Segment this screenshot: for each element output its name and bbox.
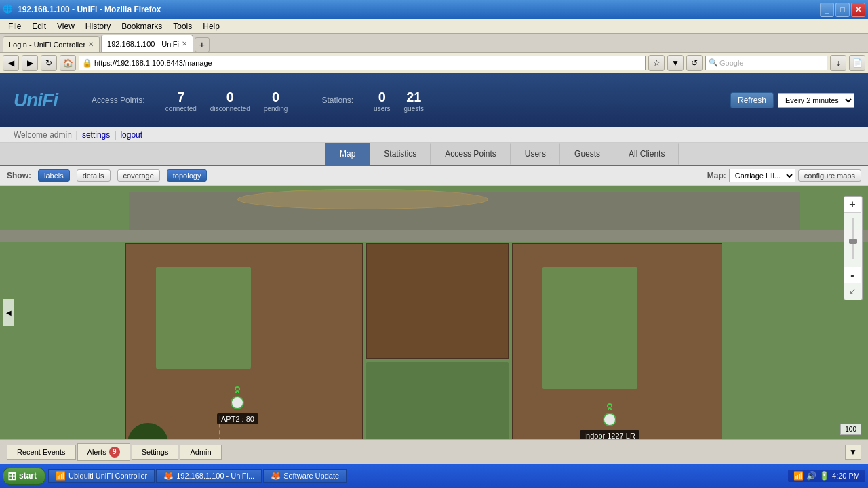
network-tray-icon: 📶 bbox=[793, 471, 804, 481]
browser-tab-1[interactable]: 192.168.1.100 - UniFi ✕ bbox=[101, 35, 193, 52]
alerts-badge: 9 bbox=[109, 447, 120, 458]
access-points-label: Access Points: bbox=[92, 96, 145, 105]
new-tab-button[interactable]: + bbox=[195, 37, 210, 52]
stats-panel: Access Points: 7 connected 0 disconnecte… bbox=[78, 89, 710, 113]
alerts-tab[interactable]: Alerts 9 bbox=[77, 443, 130, 461]
disconnected-stat: 0 disconnected bbox=[210, 89, 250, 113]
grass-left-court bbox=[156, 267, 251, 369]
zoom-slider[interactable] bbox=[844, 213, 862, 267]
show-details-button[interactable]: details bbox=[77, 169, 111, 182]
window-controls: _ □ ✕ bbox=[820, 3, 865, 17]
ap-node-apt2[interactable]: APT2 : 80 bbox=[217, 396, 258, 424]
window-title: 192.168.1.100 - UniFi - Mozilla Firefox bbox=[18, 5, 820, 14]
zoom-in-button[interactable]: + bbox=[844, 197, 861, 213]
home-button[interactable]: 🏠 bbox=[60, 55, 76, 71]
refresh-interval-select[interactable]: Every 2 minutes bbox=[778, 93, 854, 108]
grass-center bbox=[366, 362, 509, 439]
page-button[interactable]: 📄 bbox=[849, 55, 865, 71]
show-topology-button[interactable]: topology bbox=[167, 169, 208, 182]
guests-count: 21 bbox=[404, 89, 424, 105]
search-icon: 🔍 bbox=[709, 58, 718, 67]
users-stat: 0 users bbox=[374, 89, 390, 113]
menu-bookmarks[interactable]: Bookmarks bbox=[116, 20, 167, 33]
access-points-stats: 7 connected 0 disconnected 0 pending bbox=[165, 89, 288, 113]
taskbar-app-2[interactable]: 🦊 Software Update bbox=[263, 469, 347, 483]
browser-tab-0[interactable]: Login - UniFi Controller ✕ bbox=[3, 36, 100, 52]
forward-button[interactable]: ▶ bbox=[22, 55, 38, 71]
menu-edit[interactable]: Edit bbox=[26, 20, 52, 33]
wifi-arc-outer3 bbox=[607, 403, 612, 407]
settings-tab[interactable]: Settings bbox=[132, 445, 179, 460]
zoom-thumb[interactable] bbox=[849, 239, 857, 244]
start-button[interactable]: ⊞ start bbox=[3, 468, 45, 485]
minimize-button[interactable]: _ bbox=[820, 3, 834, 17]
map-canvas[interactable]: APT2 : 80 APT 1 : aa ■ Outdoor Left 1019 bbox=[0, 186, 868, 439]
map-select[interactable]: Carriage Hil... bbox=[729, 169, 795, 182]
ap-label-indoor1227: Indoor 1227 LR bbox=[580, 430, 639, 439]
tab-close-1[interactable]: ✕ bbox=[182, 40, 187, 47]
tab-statistics[interactable]: Statistics bbox=[370, 143, 431, 165]
feed-button[interactable]: ▼ bbox=[667, 55, 684, 71]
maximize-button[interactable]: □ bbox=[835, 3, 850, 17]
show-coverage-button[interactable]: coverage bbox=[117, 169, 160, 182]
address-field[interactable]: 🔒 https://192.168.1.100:8443/manage bbox=[79, 56, 646, 70]
zoom-arrow-button[interactable]: ↙ bbox=[844, 283, 861, 300]
unifi-taskbar-icon: 📶 bbox=[56, 471, 66, 481]
wifi-arc-outer bbox=[235, 386, 240, 390]
close-button[interactable]: ✕ bbox=[851, 3, 865, 17]
bottom-dropdown[interactable]: ▼ bbox=[845, 445, 861, 460]
refresh-nav-button[interactable]: ↺ bbox=[686, 55, 703, 71]
connected-label: connected bbox=[165, 105, 197, 113]
zoom-out-button[interactable]: - bbox=[844, 267, 861, 283]
menu-help[interactable]: Help bbox=[197, 20, 225, 33]
menu-tools[interactable]: Tools bbox=[167, 20, 197, 33]
menu-file[interactable]: File bbox=[3, 20, 26, 33]
tab-users[interactable]: Users bbox=[511, 143, 560, 165]
star-button[interactable]: ☆ bbox=[648, 55, 665, 71]
ap-node-indoor1227[interactable]: Indoor 1227 LR bbox=[580, 413, 639, 439]
search-field[interactable]: 🔍 Google bbox=[705, 56, 827, 70]
pending-count: 0 bbox=[264, 89, 288, 105]
settings-link[interactable]: settings bbox=[82, 130, 110, 140]
show-labels-button[interactable]: labels bbox=[38, 169, 70, 182]
admin-tab[interactable]: Admin bbox=[180, 445, 221, 460]
tab-map[interactable]: Map bbox=[326, 143, 370, 165]
disconnected-label: disconnected bbox=[210, 105, 250, 113]
nav-tabs: Map Statistics Access Points Users Guest… bbox=[0, 143, 868, 166]
map-toolbar: Show: labels details coverage topology M… bbox=[0, 166, 868, 186]
configure-maps-button[interactable]: configure maps bbox=[798, 169, 861, 182]
pending-label: pending bbox=[264, 105, 288, 113]
menu-history[interactable]: History bbox=[80, 20, 116, 33]
grass-right-court bbox=[542, 267, 637, 389]
reload-button[interactable]: ↻ bbox=[41, 55, 57, 71]
map-label: Map: bbox=[707, 171, 726, 180]
battery-tray-icon: 🔋 bbox=[819, 471, 829, 481]
taskbar: ⊞ start 📶 Ubiquiti UniFi Controller 🦊 19… bbox=[0, 464, 868, 488]
disconnected-count: 0 bbox=[210, 89, 250, 105]
taskbar-app-0[interactable]: 📶 Ubiquiti UniFi Controller bbox=[48, 469, 155, 483]
search-button[interactable]: ↓ bbox=[830, 55, 846, 71]
back-button[interactable]: ◀ bbox=[3, 55, 19, 71]
browser-tab-bar: Login - UniFi Controller ✕ 192.168.1.100… bbox=[0, 34, 868, 53]
tab-access-points[interactable]: Access Points bbox=[431, 143, 510, 165]
recent-events-tab[interactable]: Recent Events bbox=[7, 445, 76, 460]
address-bar: ◀ ▶ ↻ 🏠 🔒 https://192.168.1.100:8443/man… bbox=[0, 53, 868, 73]
stations-label: Stations: bbox=[321, 96, 353, 105]
system-tray: 📶 🔊 🔋 4:20 PM bbox=[788, 470, 865, 482]
users-count: 0 bbox=[374, 89, 390, 105]
windows-logo: ⊞ bbox=[7, 470, 16, 483]
tab-close-0[interactable]: ✕ bbox=[88, 41, 94, 48]
tab-guests[interactable]: Guests bbox=[560, 143, 614, 165]
zoom-track bbox=[852, 218, 854, 259]
logout-link[interactable]: logout bbox=[120, 130, 142, 140]
lock-icon: 🔒 bbox=[82, 58, 92, 68]
stations-stats: 0 users 21 guests bbox=[374, 89, 424, 113]
admin-bar: Welcome admin | settings | logout bbox=[0, 127, 868, 143]
refresh-button[interactable]: Refresh bbox=[730, 92, 774, 108]
taskbar-apps: 📶 Ubiquiti UniFi Controller 🦊 192.168.1.… bbox=[48, 469, 785, 483]
map-left-arrow[interactable]: ◀ bbox=[3, 299, 14, 326]
tab-all-clients[interactable]: All Clients bbox=[614, 143, 679, 165]
menu-view[interactable]: View bbox=[52, 20, 80, 33]
title-bar: 🌐 192.168.1.100 - UniFi - Mozilla Firefo… bbox=[0, 0, 868, 19]
taskbar-app-1[interactable]: 🦊 192.168.1.100 - UniFi... bbox=[156, 469, 262, 483]
